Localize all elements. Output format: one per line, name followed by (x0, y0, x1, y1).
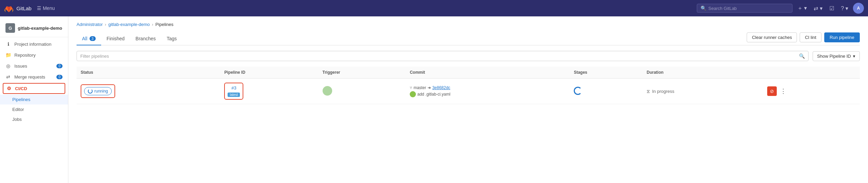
duration-cell: ⧖ In progress (642, 79, 763, 104)
col-commit: Commit (406, 67, 570, 79)
filter-input-wrap[interactable]: 🔍 (77, 51, 809, 61)
tab-finished[interactable]: Finished (101, 32, 130, 45)
sidebar-item-cicd[interactable]: ⚙ CI/CD (3, 83, 65, 94)
todo-button[interactable]: ☑ (827, 4, 836, 13)
help-button[interactable]: ? ▾ (839, 4, 850, 13)
tab-branches[interactable]: Branches (130, 32, 161, 45)
running-spinner-icon (88, 89, 93, 94)
info-icon: ℹ (5, 41, 11, 47)
col-status: Status (77, 67, 220, 79)
sidebar-sub-item-pipelines[interactable]: Pipelines (0, 95, 68, 104)
stage-progress-icon[interactable] (574, 87, 582, 95)
sidebar-sub-item-jobs[interactable]: Jobs (0, 114, 68, 124)
main-content: Administrator › gitlab-example-demo › Pi… (68, 16, 868, 183)
todo-icon: ☑ (829, 5, 834, 12)
ci-lint-button[interactable]: CI lint (800, 32, 821, 42)
sidebar: G gitlab-example-demo ℹ Project informat… (0, 16, 68, 183)
chevron-down-icon: ▾ (853, 54, 855, 59)
col-actions (763, 67, 860, 79)
cicd-icon: ⚙ (6, 86, 12, 91)
breadcrumb-sep-2: › (152, 22, 153, 27)
pipeline-id-link[interactable]: #3 (231, 85, 236, 90)
help-icon: ? ▾ (841, 5, 848, 12)
merge-requests-icon: ⇄ (5, 74, 11, 80)
hourglass-icon: ⧖ (647, 88, 650, 94)
user-avatar-button[interactable]: A (853, 3, 864, 14)
col-duration: Duration (642, 67, 763, 79)
app-body: G gitlab-example-demo ℹ Project informat… (0, 16, 868, 183)
search-filter-icon: 🔍 (799, 53, 805, 59)
menu-button[interactable]: ☰ Menu (34, 4, 57, 12)
commit-hash-link[interactable]: 3e8682dc (432, 85, 450, 90)
triggerer-avatar (323, 86, 332, 96)
top-navigation: GitLab ☰ Menu 🔍 ＋ ▾ ⇄ ▾ ☑ ? ▾ A (0, 0, 868, 16)
tab-tags[interactable]: Tags (161, 32, 182, 45)
breadcrumb-current: Pipelines (155, 22, 174, 27)
pipeline-id-highlight: #3 latest (224, 83, 243, 100)
sidebar-item-project-information[interactable]: ℹ Project information (0, 39, 68, 50)
commit-branch-row: ⑂ master ➜ 3e8682dc (410, 85, 566, 90)
commit-message: add .gitlab-ci.yaml (417, 92, 450, 97)
filter-pipelines-input[interactable] (80, 54, 799, 59)
ellipsis-icon: ⋮ (780, 88, 786, 95)
duration-display: ⧖ In progress (647, 88, 759, 94)
breadcrumb-admin[interactable]: Administrator (77, 22, 103, 27)
plus-icon: ＋ ▾ (797, 5, 807, 12)
gitlab-logo-area[interactable]: GitLab (4, 3, 31, 13)
show-pipeline-id-button[interactable]: Show Pipeline ID ▾ (813, 51, 860, 61)
triggerer-cell (318, 79, 406, 104)
stages-cell (570, 79, 642, 104)
issues-icon: ◎ (5, 63, 11, 69)
breadcrumb-project[interactable]: gitlab-example-demo (108, 22, 150, 27)
gitlab-brand-name: GitLab (16, 5, 31, 11)
project-name: gitlab-example-demo (18, 26, 62, 31)
breadcrumb: Administrator › gitlab-example-demo › Pi… (77, 22, 860, 27)
tab-all[interactable]: All 3 (77, 32, 101, 45)
sidebar-sub-item-editor[interactable]: Editor (0, 104, 68, 114)
actions-cell: ⊘ ⋮ (763, 79, 860, 104)
cancel-icon: ⊘ (770, 88, 774, 94)
nav-icon-group: ＋ ▾ ⇄ ▾ ☑ ? ▾ A (795, 3, 864, 14)
pipeline-table: Status Pipeline ID Triggerer Commit Stag… (77, 67, 860, 104)
pipeline-status-cell: running (77, 79, 220, 104)
sidebar-item-merge-requests[interactable]: ⇄ Merge requests 0 (0, 71, 68, 82)
tab-actions: Clear runner caches CI lint Run pipeline (747, 32, 860, 45)
status-running-highlight: running (81, 84, 115, 98)
project-avatar: G (5, 23, 15, 33)
action-buttons: ⊘ ⋮ (767, 86, 856, 96)
merge-requests-badge: 0 (56, 75, 63, 79)
pipeline-id-cell: #3 latest (220, 79, 318, 104)
col-pipeline-id: Pipeline ID (220, 67, 318, 79)
gitlab-logo-icon (4, 3, 14, 13)
tab-all-count: 3 (90, 36, 96, 41)
filter-search-button[interactable]: 🔍 (799, 53, 805, 59)
search-bar[interactable]: 🔍 (697, 4, 792, 13)
table-header: Status Pipeline ID Triggerer Commit Stag… (77, 67, 860, 79)
search-input[interactable] (708, 6, 789, 11)
running-badge[interactable]: running (84, 87, 112, 95)
branch-icon: ⑂ (410, 85, 412, 90)
merge-icon: ⇄ ▾ (814, 5, 822, 12)
search-icon: 🔍 (701, 5, 706, 11)
merge-requests-nav-button[interactable]: ⇄ ▾ (812, 4, 824, 13)
col-triggerer: Triggerer (318, 67, 406, 79)
clear-runner-caches-button[interactable]: Clear runner caches (747, 32, 797, 42)
more-actions-button[interactable]: ⋮ (779, 87, 788, 96)
cancel-pipeline-button[interactable]: ⊘ (767, 86, 777, 96)
commit-cell: ⑂ master ➜ 3e8682dc add .gitlab-ci.yaml (406, 79, 570, 104)
commit-arrow-icon: ➜ (428, 85, 431, 90)
filter-row: 🔍 Show Pipeline ID ▾ (77, 51, 860, 61)
table-row: running #3 latest (77, 79, 860, 104)
hamburger-icon: ☰ (37, 5, 41, 11)
sidebar-item-repository[interactable]: 📁 Repository (0, 50, 68, 60)
repo-icon: 📁 (5, 52, 11, 58)
project-header[interactable]: G gitlab-example-demo (0, 19, 68, 37)
latest-badge: latest (228, 93, 240, 97)
commit-info: ⑂ master ➜ 3e8682dc add .gitlab-ci.yaml (410, 85, 566, 97)
run-pipeline-button[interactable]: Run pipeline (824, 32, 860, 42)
breadcrumb-sep-1: › (105, 22, 106, 27)
sidebar-item-issues[interactable]: ◎ Issues 0 (0, 60, 68, 71)
create-new-button[interactable]: ＋ ▾ (795, 3, 809, 13)
tabs-row: All 3 Finished Branches Tags Clear runne… (77, 32, 860, 45)
issues-badge: 0 (56, 64, 63, 68)
